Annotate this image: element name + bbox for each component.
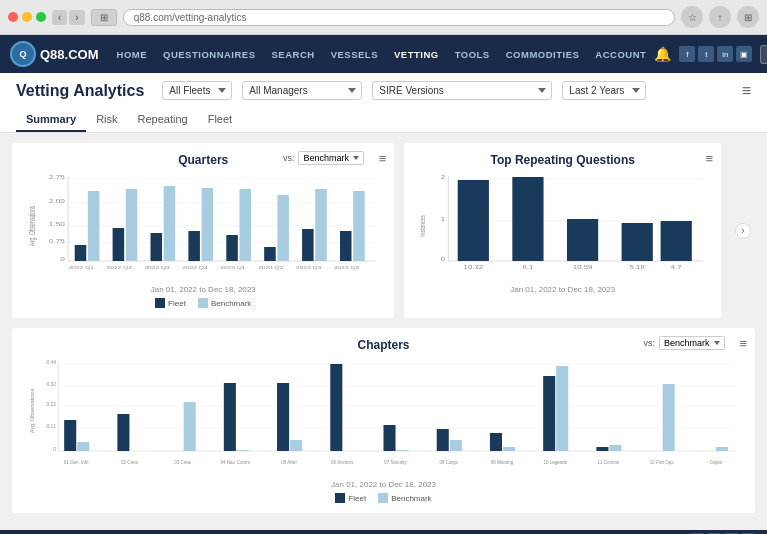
nav-arrows[interactable]: ‹ › <box>52 10 85 25</box>
svg-rect-79 <box>437 429 449 451</box>
nav-account[interactable]: ACCOUNT <box>587 35 654 73</box>
svg-text:0: 0 <box>60 257 65 262</box>
svg-text:2.00: 2.00 <box>49 199 65 204</box>
chapters-benchmark-dot <box>378 493 388 503</box>
share-icon[interactable]: ↑ <box>709 6 731 28</box>
bookmark-icon[interactable]: ☆ <box>681 6 703 28</box>
svg-rect-67 <box>117 414 129 451</box>
instagram-icon[interactable]: ▣ <box>736 46 752 62</box>
facebook-icon[interactable]: f <box>679 46 695 62</box>
repeating-menu-icon[interactable]: ≡ <box>705 151 713 166</box>
svg-rect-75 <box>330 364 342 451</box>
chapters-fleet-dot <box>335 493 345 503</box>
repeating-date-range: Jan 01, 2022 to Dec 18, 2023 <box>414 285 711 294</box>
chapters-chart-box: Chapters vs: Benchmark ≡ 0.44 0.32 0.22 … <box>12 328 755 513</box>
svg-rect-66 <box>77 442 89 451</box>
back-button[interactable]: ‹ <box>52 10 67 25</box>
svg-text:2.75: 2.75 <box>49 175 65 180</box>
manager-filter[interactable]: All Managers <box>242 81 362 100</box>
svg-rect-24 <box>315 189 327 261</box>
nav-right: 🔔 f t in ▣ 🔍 <box>654 45 767 64</box>
maximize-button[interactable] <box>36 12 46 22</box>
chapters-chart-title: Chapters <box>22 338 745 352</box>
nav-search[interactable]: SEARCH <box>264 35 323 73</box>
linkedin-icon[interactable]: in <box>717 46 733 62</box>
svg-text:06 Anchors: 06 Anchors <box>331 460 354 465</box>
chapters-benchmark-label: Benchmark <box>391 494 431 503</box>
vs-text: vs: <box>283 153 295 163</box>
browser-icons: ☆ ↑ ⊞ <box>681 6 759 28</box>
svg-rect-19 <box>226 235 238 261</box>
nav-questionnaires[interactable]: QUESTIONNAIRES <box>155 35 264 73</box>
svg-rect-18 <box>202 188 214 261</box>
quarters-chart-box: Quarters vs: Benchmark ≡ 2.75 2.00 1.50 … <box>12 143 394 318</box>
svg-rect-73 <box>277 383 289 451</box>
chapters-benchmark-select[interactable]: Benchmark <box>659 336 725 350</box>
svg-text:6.1: 6.1 <box>523 264 534 269</box>
expand-arrow-icon[interactable]: › <box>735 223 751 239</box>
logo-area[interactable]: Q Q88.COM <box>10 41 99 67</box>
minimize-button[interactable] <box>22 12 32 22</box>
close-button[interactable] <box>8 12 18 22</box>
svg-text:2023 Q3: 2023 Q3 <box>296 265 321 269</box>
svg-rect-26 <box>353 191 365 261</box>
quarters-menu-icon[interactable]: ≡ <box>379 151 387 166</box>
svg-text:- Depot: - Depot <box>707 460 723 465</box>
svg-text:2022 Q4: 2022 Q4 <box>182 265 207 269</box>
tab-summary[interactable]: Summary <box>16 108 86 132</box>
nav-commodities[interactable]: COMMODITIES <box>498 35 588 73</box>
main-content: Quarters vs: Benchmark ≡ 2.75 2.00 1.50 … <box>0 133 767 530</box>
svg-rect-11 <box>75 245 87 261</box>
repeating-chart-box: Top Repeating Questions ≡ 2 1 0 <box>404 143 721 318</box>
svg-rect-13 <box>113 228 125 261</box>
svg-text:1: 1 <box>441 216 446 221</box>
svg-text:0.75: 0.75 <box>49 239 65 244</box>
twitter-icon[interactable]: t <box>698 46 714 62</box>
svg-text:02 Certs: 02 Certs <box>121 460 139 465</box>
svg-rect-88 <box>663 384 675 451</box>
nav-tools[interactable]: TOOLS <box>447 35 498 73</box>
svg-rect-83 <box>543 376 555 451</box>
nav-vessels[interactable]: VESSELS <box>323 35 386 73</box>
svg-text:12 Fire Ops: 12 Fire Ops <box>650 460 674 465</box>
version-filter[interactable]: SIRE Versions <box>372 81 552 100</box>
fleet-filter[interactable]: All Fleets <box>162 81 232 100</box>
window-controls <box>8 12 46 22</box>
tab-repeating[interactable]: Repeating <box>128 108 198 132</box>
address-bar[interactable]: q88.com/vetting-analytics <box>123 9 675 26</box>
period-filter[interactable]: Last 2 Years <box>562 81 646 100</box>
svg-text:05 After: 05 After <box>281 460 297 465</box>
svg-text:11 Comms: 11 Comms <box>598 460 621 465</box>
fleet-legend-item: Fleet <box>155 298 186 308</box>
svg-rect-22 <box>277 195 289 261</box>
menu-icon[interactable]: ⊞ <box>737 6 759 28</box>
svg-rect-70 <box>184 402 196 451</box>
vessel-search-input[interactable] <box>760 45 767 64</box>
footer: Copyright ©2023 Q88 LLC. All rights rese… <box>0 530 767 534</box>
svg-rect-45 <box>567 219 598 261</box>
nav-home[interactable]: HOME <box>109 35 156 73</box>
svg-rect-15 <box>151 233 163 261</box>
nav-vetting[interactable]: VETTING <box>386 35 447 73</box>
fleet-legend-label: Fleet <box>168 299 186 308</box>
options-menu-icon[interactable]: ≡ <box>742 82 751 100</box>
logo-text: Q88.COM <box>40 47 99 62</box>
browser-chrome: ‹ › ⊞ q88.com/vetting-analytics ☆ ↑ ⊞ <box>0 0 767 35</box>
svg-text:Avg. Observations: Avg. Observations <box>28 205 38 246</box>
forward-button[interactable]: › <box>69 10 84 25</box>
quarters-benchmark-select[interactable]: Benchmark <box>298 151 364 165</box>
chapters-menu-icon[interactable]: ≡ <box>739 336 747 351</box>
notification-icon[interactable]: 🔔 <box>654 46 671 62</box>
browser-tab[interactable]: ⊞ <box>91 9 117 26</box>
svg-rect-82 <box>503 447 515 451</box>
svg-text:Instances: Instances <box>418 215 426 237</box>
svg-text:07 Security: 07 Security <box>384 460 407 465</box>
quarters-legend: Fleet Benchmark <box>22 298 384 308</box>
svg-rect-43 <box>458 180 489 261</box>
tab-fleet[interactable]: Fleet <box>198 108 242 132</box>
svg-text:1.50: 1.50 <box>49 222 65 227</box>
nav-items: HOME QUESTIONNAIRES SEARCH VESSELS VETTI… <box>109 35 655 73</box>
tab-risk[interactable]: Risk <box>86 108 127 132</box>
svg-rect-80 <box>450 440 462 451</box>
svg-rect-85 <box>596 447 608 451</box>
